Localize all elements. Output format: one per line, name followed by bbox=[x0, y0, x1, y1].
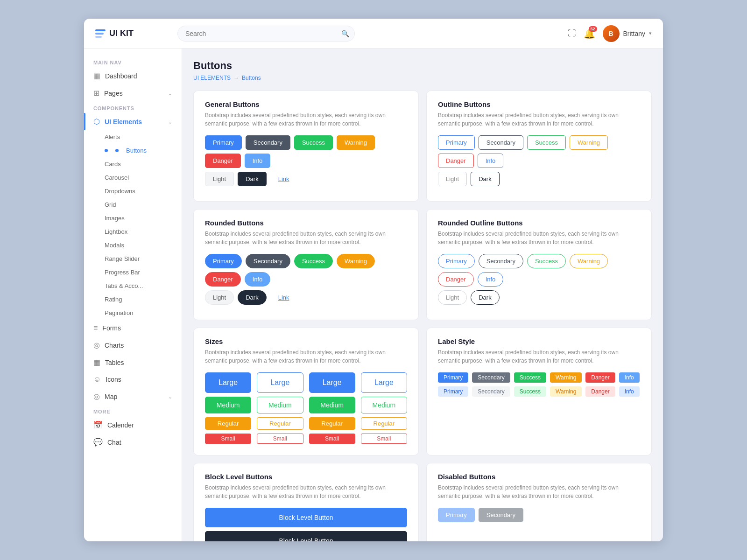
btn-size-large-primary[interactable]: Large bbox=[205, 372, 251, 393]
btn-rounded-warning[interactable]: Warning bbox=[337, 254, 375, 268]
btn-outline-dark[interactable]: Dark bbox=[471, 172, 499, 186]
label-light-success[interactable]: Success bbox=[514, 386, 546, 397]
btn-success[interactable]: Success bbox=[294, 135, 333, 150]
btn-rounded-outline-secondary[interactable]: Secondary bbox=[479, 254, 523, 268]
sidebar-item-charts[interactable]: ◎ Charts bbox=[84, 336, 182, 354]
sidebar-item-modals[interactable]: Modals bbox=[101, 238, 182, 252]
btn-info[interactable]: Info bbox=[245, 154, 271, 168]
search-input[interactable] bbox=[177, 26, 355, 42]
btn-rounded-danger[interactable]: Danger bbox=[205, 272, 241, 287]
label-light-secondary[interactable]: Secondary bbox=[472, 386, 510, 397]
sidebar-item-grid[interactable]: Grid bbox=[101, 198, 182, 211]
label-light-warning[interactable]: Warning bbox=[550, 386, 582, 397]
label-info[interactable]: Info bbox=[619, 372, 640, 383]
btn-rounded-outline-info[interactable]: Info bbox=[478, 272, 504, 287]
carousel-label: Carousel bbox=[105, 174, 129, 181]
btn-disabled-secondary[interactable]: Secondary bbox=[479, 508, 523, 522]
btn-disabled-primary[interactable]: Primary bbox=[438, 508, 475, 522]
btn-secondary[interactable]: Secondary bbox=[246, 135, 290, 150]
btn-rounded-secondary[interactable]: Secondary bbox=[246, 254, 290, 268]
btn-rounded-info[interactable]: Info bbox=[245, 272, 271, 287]
btn-rounded-outline-dark[interactable]: Dark bbox=[471, 290, 499, 305]
btn-link[interactable]: Link bbox=[270, 172, 297, 186]
btn-dark[interactable]: Dark bbox=[238, 172, 266, 186]
btn-rounded-outline-danger[interactable]: Danger bbox=[438, 272, 474, 287]
btn-size-small-outline[interactable]: Small bbox=[257, 434, 303, 444]
btn-size-large-outline[interactable]: Large bbox=[257, 372, 303, 393]
label-light-danger[interactable]: Danger bbox=[585, 386, 615, 397]
btn-size-small-danger[interactable]: Small bbox=[205, 434, 251, 444]
btn-rounded-outline-warning[interactable]: Warning bbox=[570, 254, 608, 268]
components-label: Components bbox=[84, 102, 182, 113]
sidebar-item-alerts[interactable]: Alerts bbox=[101, 130, 182, 144]
label-danger[interactable]: Danger bbox=[585, 372, 615, 383]
btn-primary[interactable]: Primary bbox=[205, 135, 242, 150]
breadcrumb-parent[interactable]: UI ELEMENTS bbox=[193, 75, 231, 81]
label-light-primary[interactable]: Primary bbox=[438, 386, 468, 397]
label-warning[interactable]: Warning bbox=[550, 372, 582, 383]
btn-rounded-outline-success[interactable]: Success bbox=[527, 254, 566, 268]
sidebar-item-range-slider[interactable]: Range Slider bbox=[101, 252, 182, 266]
btn-rounded-success[interactable]: Success bbox=[294, 254, 333, 268]
btn-size-medium-success[interactable]: Medium bbox=[205, 397, 251, 413]
btn-size-small-rounded-outline[interactable]: Small bbox=[361, 434, 407, 444]
sidebar-item-rating[interactable]: Rating bbox=[101, 293, 182, 306]
sidebar-item-tables[interactable]: ▦ Tables bbox=[84, 354, 182, 371]
sidebar-item-ui-elements[interactable]: ⬡ UI Elements bbox=[84, 113, 182, 130]
btn-rounded-outline-primary[interactable]: Primary bbox=[438, 254, 475, 268]
user-name: Brittany bbox=[623, 30, 645, 37]
btn-danger[interactable]: Danger bbox=[205, 154, 241, 168]
sidebar-item-dashboard[interactable]: ▦ Dashboard bbox=[84, 67, 182, 84]
btn-size-medium-outline[interactable]: Medium bbox=[257, 397, 303, 413]
btn-rounded-light[interactable]: Light bbox=[205, 290, 234, 305]
btn-rounded-link[interactable]: Link bbox=[270, 290, 297, 305]
btn-size-regular-outline[interactable]: Regular bbox=[257, 417, 303, 430]
btn-rounded-dark[interactable]: Dark bbox=[238, 290, 266, 305]
sidebar-item-buttons[interactable]: Buttons bbox=[101, 144, 182, 157]
user-menu[interactable]: B Brittany ▾ bbox=[603, 25, 652, 42]
label-primary[interactable]: Primary bbox=[438, 372, 468, 383]
btn-size-regular-rounded-outline[interactable]: Regular bbox=[361, 417, 407, 430]
btn-outline-primary[interactable]: Primary bbox=[438, 135, 475, 150]
sidebar-item-calendar[interactable]: 📅 Calender bbox=[84, 416, 182, 434]
sidebar-item-map[interactable]: ◎ Map bbox=[84, 388, 182, 405]
btn-rounded-primary[interactable]: Primary bbox=[205, 254, 242, 268]
sidebar-item-progress-bar[interactable]: Progress Bar bbox=[101, 266, 182, 279]
label-success[interactable]: Success bbox=[514, 372, 546, 383]
btn-size-medium-rounded[interactable]: Medium bbox=[309, 397, 355, 413]
sidebar-item-chat[interactable]: 💬 Chat bbox=[84, 434, 182, 451]
sidebar-item-pages[interactable]: ⊞ Pages bbox=[84, 84, 182, 102]
btn-size-regular-rounded[interactable]: Regular bbox=[309, 417, 355, 430]
btn-outline-info[interactable]: Info bbox=[478, 154, 504, 168]
rounded-outline-buttons-row1: Primary Secondary Success Warning Danger… bbox=[438, 254, 640, 287]
sidebar-item-dropdowns[interactable]: Dropdowns bbox=[101, 184, 182, 198]
sidebar-item-tabs-accordion[interactable]: Tabs & Acco... bbox=[101, 279, 182, 293]
label-secondary[interactable]: Secondary bbox=[472, 372, 510, 383]
sidebar-item-forms[interactable]: ≡ Forms bbox=[84, 320, 182, 336]
content: Buttons UI ELEMENTS → Buttons General Bu… bbox=[182, 49, 663, 541]
expand-icon[interactable]: ⛶ bbox=[568, 28, 576, 38]
btn-warning[interactable]: Warning bbox=[337, 135, 375, 150]
btn-size-medium-rounded-outline[interactable]: Medium bbox=[361, 397, 407, 413]
btn-rounded-outline-light[interactable]: Light bbox=[438, 290, 467, 305]
sidebar-item-carousel[interactable]: Carousel bbox=[101, 171, 182, 184]
btn-light[interactable]: Light bbox=[205, 172, 234, 186]
label-light-info[interactable]: Info bbox=[619, 386, 640, 397]
btn-size-regular-warning[interactable]: Regular bbox=[205, 417, 251, 430]
btn-outline-light[interactable]: Light bbox=[438, 172, 467, 186]
sidebar-item-lightbox[interactable]: Lightbox bbox=[101, 225, 182, 238]
btn-outline-warning[interactable]: Warning bbox=[570, 135, 608, 150]
btn-size-large-rounded-outline[interactable]: Large bbox=[361, 372, 407, 393]
btn-block-dark[interactable]: Block Level Button bbox=[205, 531, 407, 541]
sidebar-item-icons[interactable]: ☺ Icons bbox=[84, 371, 182, 388]
btn-outline-success[interactable]: Success bbox=[527, 135, 566, 150]
btn-outline-secondary[interactable]: Secondary bbox=[479, 135, 523, 150]
btn-outline-danger[interactable]: Danger bbox=[438, 154, 474, 168]
notification-bell[interactable]: 🔔 52 bbox=[584, 28, 595, 39]
sidebar-item-cards[interactable]: Cards bbox=[101, 157, 182, 171]
btn-size-large-rounded[interactable]: Large bbox=[309, 372, 355, 393]
btn-size-small-rounded[interactable]: Small bbox=[309, 434, 355, 444]
btn-block-primary[interactable]: Block Level Button bbox=[205, 508, 407, 527]
sidebar-item-images[interactable]: Images bbox=[101, 211, 182, 225]
sidebar-item-pagination[interactable]: Pagination bbox=[101, 306, 182, 320]
